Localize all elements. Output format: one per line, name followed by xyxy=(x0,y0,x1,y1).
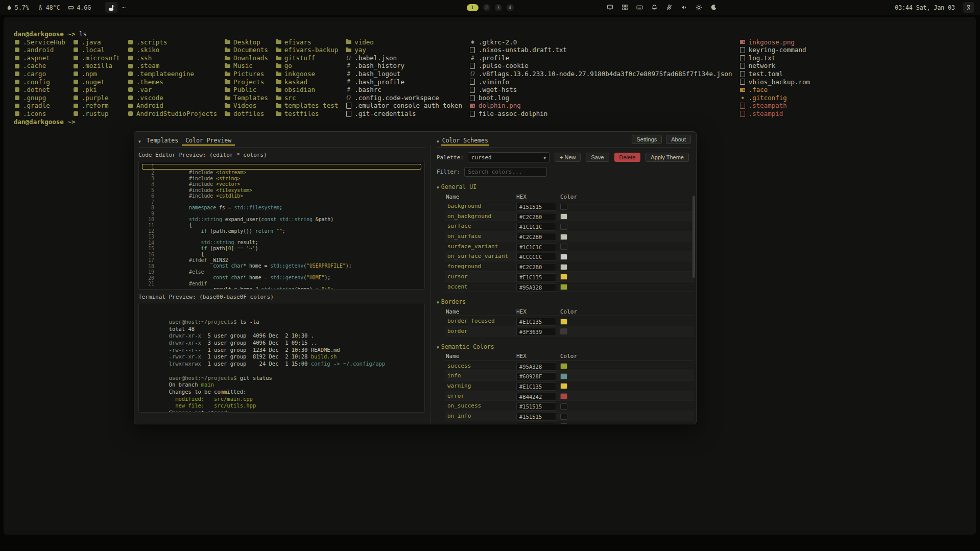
color-swatch[interactable] xyxy=(560,363,567,369)
palette-row: Palette: cursed + New Save Delete Apply … xyxy=(437,152,690,162)
color-swatch[interactable] xyxy=(560,213,567,220)
hex-input[interactable]: #E1C135 xyxy=(516,382,556,391)
ls-entry: Documents xyxy=(224,46,268,54)
color-swatch[interactable] xyxy=(560,423,567,424)
ls-entry-name: .viminfo xyxy=(479,78,509,86)
color-swatch[interactable] xyxy=(560,284,567,290)
mic-off-icon[interactable] xyxy=(666,4,673,11)
color-name: success xyxy=(446,363,516,369)
color-swatch[interactable] xyxy=(560,403,567,410)
app-launcher[interactable] xyxy=(105,2,117,13)
color-swatch[interactable] xyxy=(560,274,567,280)
hex-input[interactable]: #151515 xyxy=(516,402,556,411)
workspace-button[interactable]: 1 xyxy=(467,4,479,11)
section-header[interactable]: Borders xyxy=(437,298,690,305)
chevron-down-icon[interactable] xyxy=(138,137,141,145)
prompt-line-2[interactable]: dan@darkgoose ~> xyxy=(14,118,966,126)
moon-icon[interactable] xyxy=(710,4,717,11)
line-number: 20 xyxy=(142,275,154,281)
about-button[interactable]: About xyxy=(666,135,691,144)
file-type-icon xyxy=(73,79,79,85)
tab-color-schemes[interactable]: Color Schemes xyxy=(441,136,489,146)
workspace-button[interactable]: 2 xyxy=(483,4,490,11)
ls-entry: src xyxy=(275,94,338,102)
scrollbar-thumb[interactable] xyxy=(692,196,695,278)
temperature-value: 48°C xyxy=(46,4,60,11)
hex-input[interactable]: #C2C2B0 xyxy=(516,263,556,271)
ls-entry-name: Public xyxy=(233,86,256,94)
filter-label: Filter: xyxy=(437,169,460,175)
apply-theme-button[interactable]: Apply Theme xyxy=(646,153,689,162)
column-header-color: Color xyxy=(560,353,693,360)
file-type-icon xyxy=(345,71,352,77)
palette-value: cursed xyxy=(471,154,492,161)
chevron-down-icon[interactable] xyxy=(437,137,439,145)
delete-button[interactable]: Delete xyxy=(614,153,641,162)
ls-entry: .var xyxy=(127,86,217,94)
ls-entry: .local xyxy=(73,46,120,54)
color-swatch[interactable] xyxy=(560,204,567,210)
bell-icon[interactable] xyxy=(651,4,658,11)
color-swatch[interactable] xyxy=(560,393,567,399)
line-number: 18 xyxy=(142,263,154,269)
hex-input[interactable]: #95A328 xyxy=(516,283,556,292)
hex-input[interactable]: #3F3639 xyxy=(516,328,556,336)
preview-tab[interactable]: Templates xyxy=(143,136,182,146)
workspace-button[interactable]: 4 xyxy=(507,4,514,11)
hex-input[interactable]: #151515 xyxy=(516,413,556,421)
color-swatch[interactable] xyxy=(560,383,567,389)
color-swatch[interactable] xyxy=(560,328,567,334)
hex-input[interactable]: #B44242 xyxy=(516,393,556,401)
palette-dropdown[interactable]: cursed xyxy=(468,152,549,162)
separator xyxy=(437,147,690,148)
hex-input[interactable]: #C2C2B0 xyxy=(516,213,556,221)
settings-button[interactable]: Settings xyxy=(632,135,662,144)
hex-input[interactable]: #1C1C1C xyxy=(516,223,556,231)
hex-input[interactable]: #95A328 xyxy=(516,363,556,371)
hex-input[interactable]: #151515 xyxy=(516,203,556,211)
temperature-indicator: 48°C xyxy=(37,4,60,11)
hex-input[interactable]: #C2C2B0 xyxy=(516,233,556,241)
ls-entry-name: .npm xyxy=(82,70,97,78)
color-swatch[interactable] xyxy=(560,319,567,325)
new-palette-button[interactable]: + New xyxy=(555,153,581,162)
hex-input[interactable]: #60928F xyxy=(516,372,556,380)
color-swatch[interactable] xyxy=(560,254,567,260)
color-swatch[interactable] xyxy=(560,244,567,250)
ls-entry-name: .bash_history xyxy=(354,62,404,70)
clock[interactable]: 03:44 Sat, Jan 03 xyxy=(895,4,955,11)
color-swatch[interactable] xyxy=(560,224,567,230)
volume-icon[interactable] xyxy=(681,4,687,11)
preview-tab[interactable]: Color Preview xyxy=(182,136,235,146)
section-header[interactable]: Semantic Colors xyxy=(437,343,690,350)
ls-entry: .viminfo xyxy=(469,78,732,86)
ls-entry: .gitconfig xyxy=(739,94,810,102)
color-swatch[interactable] xyxy=(560,414,567,420)
hex-input[interactable]: #CCCCCC xyxy=(516,253,556,261)
file-type-icon xyxy=(345,39,352,45)
keyboard-icon[interactable] xyxy=(636,4,643,11)
ls-column: efivars efivars-backup gitstuff go inkgo… xyxy=(275,38,338,118)
hex-input[interactable]: #1C1C1C xyxy=(516,243,556,251)
section-header[interactable]: General UI xyxy=(437,183,690,190)
hourglass-icon xyxy=(966,5,972,11)
hex-input[interactable]: #E1C135 xyxy=(516,273,556,281)
save-button[interactable]: Save xyxy=(586,153,609,162)
workspace-button[interactable]: 3 xyxy=(495,4,502,11)
apps-icon[interactable] xyxy=(622,4,628,11)
file-type-icon xyxy=(127,63,134,69)
hex-input[interactable]: #151515 xyxy=(516,423,556,424)
section-title: Semantic Colors xyxy=(441,343,494,350)
scrollbar[interactable] xyxy=(692,146,695,421)
hex-input[interactable]: #E1C135 xyxy=(516,318,556,326)
ls-entry-name: .wget-hsts xyxy=(479,86,517,94)
display-icon[interactable] xyxy=(607,4,613,11)
color-swatch[interactable] xyxy=(560,234,567,240)
sun-icon[interactable] xyxy=(696,4,702,11)
color-swatch[interactable] xyxy=(560,264,567,270)
ls-entry-name: .microsoft xyxy=(82,54,120,62)
session-button[interactable] xyxy=(963,2,974,13)
color-swatch[interactable] xyxy=(560,373,567,379)
ls-entry-name: efivars xyxy=(284,38,312,46)
filter-input[interactable] xyxy=(464,167,547,177)
